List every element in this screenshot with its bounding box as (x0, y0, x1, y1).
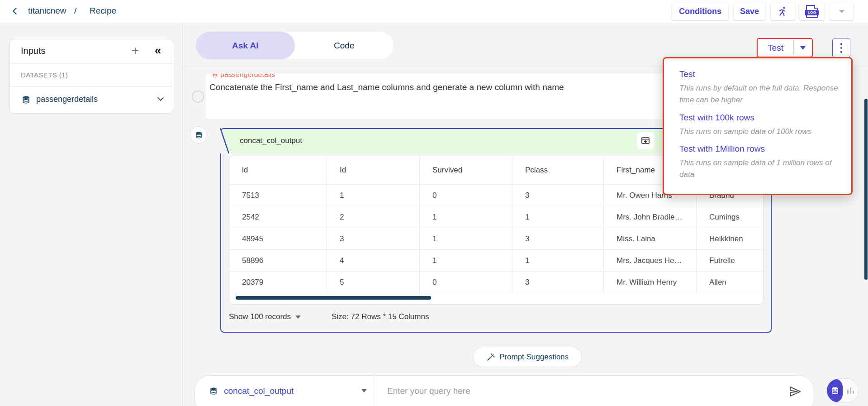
query-bar-divider (376, 376, 376, 406)
prompt-suggestions-button[interactable]: Prompt Suggestions (473, 347, 582, 367)
query-bar: concat_col_output (194, 375, 814, 406)
runner-icon (778, 6, 788, 17)
table-size-label: Size: 72 Rows * 15 Columns (332, 312, 429, 321)
table-cell: 20379 (229, 272, 327, 293)
table-cell: 1 (419, 206, 512, 228)
chevron-down-icon[interactable] (157, 95, 164, 101)
column-header[interactable]: Survived (419, 156, 512, 185)
breadcrumb-page: Recipe (90, 6, 116, 16)
test-options-menu: Test This runs by default on the full da… (663, 57, 853, 195)
table-hscrollbar-thumb[interactable] (236, 296, 431, 300)
sidebar-item-dataset[interactable]: passengerdetails (10, 87, 173, 113)
table-cell: 2542 (229, 206, 327, 228)
menu-item-test[interactable]: Test (679, 69, 839, 79)
tab-code[interactable]: Code (295, 32, 394, 59)
table-cell: 1 (419, 228, 512, 250)
dataset-tag-label: passengerdetails (220, 74, 275, 79)
table-cell: Futrelle (696, 250, 763, 272)
column-header[interactable]: Id (327, 156, 419, 185)
dataset-name: passengerdetails (36, 95, 98, 104)
table-hscrollbar-track (229, 293, 763, 305)
database-icon (212, 74, 218, 78)
table-cell: 5 (327, 272, 419, 293)
send-icon[interactable] (788, 385, 803, 399)
table-row: 20379 5 0 3 Mr. William Henry Allen (229, 272, 763, 293)
menu-item-test-1million-description: This runs on sample data of 1 million ro… (679, 157, 839, 181)
table-cell: Mr. William Henry (603, 272, 696, 293)
test-split-button: Test (757, 38, 813, 57)
table-row: 48945 3 1 3 Miss. Laina Heikkinen (229, 228, 763, 250)
table-cell: 58896 (229, 250, 327, 272)
top-header: titanicnew / Recipe Conditions Save LOG (0, 0, 868, 23)
user-message-card: passengerdetails Concatenate the First_n… (206, 74, 665, 119)
query-input[interactable] (387, 382, 776, 400)
table-cell: 1 (327, 185, 419, 206)
column-header[interactable]: Pclass (512, 156, 603, 185)
caret-down-icon (839, 10, 844, 13)
view-mode-toggle (826, 378, 859, 403)
show-records-dropdown[interactable]: Show 100 records (229, 312, 301, 321)
show-records-label: Show 100 records (229, 312, 291, 321)
save-button[interactable]: Save (734, 3, 765, 20)
table-cell: 0 (419, 272, 512, 293)
data-view-toggle[interactable] (827, 379, 843, 402)
output-dataset-title: concat_col_output (240, 136, 302, 145)
menu-item-test-100k[interactable]: Test with 100k rows (679, 113, 839, 123)
tab-ask-ai[interactable]: Ask AI (196, 32, 295, 59)
back-icon[interactable] (11, 6, 22, 17)
table-cell: Mrs. John Bradle… (603, 206, 696, 228)
add-input-icon[interactable] (128, 44, 142, 57)
table-cell: 1 (419, 250, 512, 272)
log-button[interactable]: LOG (799, 3, 825, 20)
table-cell: 1 (512, 250, 603, 272)
collapse-panel-icon[interactable] (151, 44, 165, 57)
table-cell: 2 (327, 206, 419, 228)
test-dropdown-toggle[interactable] (794, 39, 812, 57)
run-button[interactable] (771, 3, 795, 20)
menu-item-test-100k-description: This runs on sample data of 100k rows (679, 126, 839, 138)
database-icon (209, 387, 218, 397)
breadcrumb-separator: / (74, 6, 76, 16)
log-file-icon: LOG (806, 5, 818, 18)
menu-item-test-1million[interactable]: Test with 1Million rows (679, 144, 839, 154)
popout-icon[interactable] (637, 132, 654, 149)
table-cell: Miss. Laina (603, 228, 696, 250)
table-row: 2542 2 1 1 Mrs. John Bradle… Cumings (229, 206, 763, 228)
more-options-button[interactable] (832, 38, 850, 58)
page-vscrollbar-thumb[interactable] (864, 99, 868, 280)
table-cell: 1 (512, 206, 603, 228)
test-button[interactable]: Test (758, 39, 793, 57)
inputs-panel: Inputs DATASETS (1) passengerdetails (9, 39, 173, 114)
table-cell: 48945 (229, 228, 327, 250)
breadcrumb-project[interactable]: titanicnew (28, 6, 66, 16)
user-prompt-text: Concatenate the First_name and Last_name… (209, 80, 637, 94)
table-cell: Mrs. Jacques He… (603, 250, 696, 272)
sidebar-divider (182, 23, 183, 406)
table-cell: 3 (512, 185, 603, 206)
menu-item-test-description: This runs by default on the full data. R… (679, 82, 839, 106)
output-message-icon (190, 126, 207, 143)
avatar (192, 91, 204, 103)
header-more-button[interactable] (830, 3, 854, 20)
chevron-left-icon (13, 8, 20, 15)
dataset-tag[interactable]: passengerdetails (212, 74, 654, 79)
database-icon (22, 96, 30, 106)
column-header[interactable]: id (229, 156, 327, 185)
chart-view-toggle[interactable] (843, 379, 859, 402)
query-dataset-select[interactable]: concat_col_output (224, 386, 294, 396)
magic-wand-icon (486, 353, 495, 362)
output-bubble-tail (220, 128, 229, 153)
table-cell: Cumings (696, 206, 763, 228)
datasets-section-label: DATASETS (1) (21, 71, 68, 79)
conditions-button[interactable]: Conditions (672, 3, 728, 20)
table-row: 58896 4 1 1 Mrs. Jacques He… Futrelle (229, 250, 763, 272)
table-cell: Heikkinen (696, 228, 763, 250)
inputs-panel-title: Inputs (21, 46, 45, 56)
table-cell: 7513 (229, 185, 327, 206)
caret-down-icon (800, 46, 806, 50)
bar-chart-icon (847, 387, 854, 394)
caret-down-icon[interactable] (361, 389, 367, 392)
mode-tabs: Ask AI Code (196, 32, 394, 59)
database-icon (831, 387, 839, 395)
kebab-icon (840, 43, 843, 45)
